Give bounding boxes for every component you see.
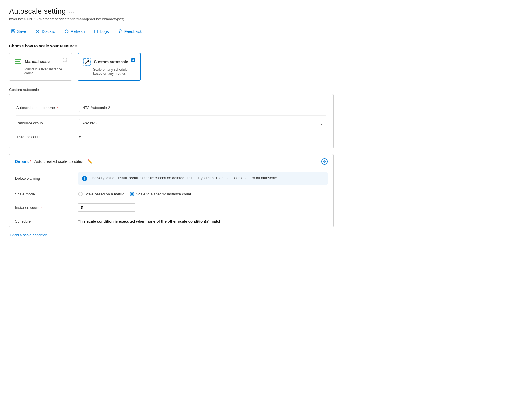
discard-icon — [35, 29, 40, 34]
custom-card-header: Custom autoscale — [83, 58, 135, 66]
schedule-value: This scale condition is executed when no… — [78, 219, 328, 223]
condition-instance-count-input[interactable] — [78, 203, 135, 212]
delete-warning-row: Delete warning i The very last or defaul… — [15, 169, 328, 188]
svg-rect-5 — [94, 30, 98, 33]
resource-group-label: Resource group — [16, 121, 79, 125]
condition-body: Delete warning i The very last or defaul… — [9, 169, 333, 227]
scale-metric-option[interactable]: Scale based on a metric — [78, 192, 124, 196]
condition-card: Default * Auto created scale condition ✏… — [9, 154, 334, 227]
scale-mode-label: Scale mode — [15, 192, 78, 196]
default-label: Default * — [15, 159, 31, 164]
logs-icon — [94, 29, 98, 34]
scale-metric-radio[interactable] — [78, 192, 83, 196]
custom-autoscale-card[interactable]: Custom autoscale Scale on any schedule, … — [78, 53, 141, 81]
manual-card-header: Manual scale — [14, 58, 67, 66]
svg-rect-10 — [15, 61, 20, 62]
autoscale-name-label: Autoscale setting name * — [16, 106, 79, 110]
edit-icon[interactable]: ✏️ — [87, 159, 92, 164]
page-title-row: Autoscale setting ... — [9, 7, 334, 16]
custom-card-desc: Scale on any schedule, based on any metr… — [93, 68, 135, 76]
discard-button[interactable]: Discard — [34, 28, 57, 35]
manual-card-desc: Maintain a fixed instance count — [24, 67, 67, 75]
condition-instance-count-row: Instance count * — [15, 200, 328, 215]
scale-mode-row: Scale mode Scale based on a metric Scale… — [15, 188, 328, 200]
instance-count-row: Instance count 5 — [16, 131, 326, 142]
feedback-icon — [118, 29, 123, 34]
svg-rect-2 — [12, 31, 14, 33]
scale-instance-radio[interactable] — [130, 192, 134, 196]
manual-radio[interactable] — [63, 58, 67, 62]
delete-warning-label: Delete warning — [15, 176, 78, 181]
svg-point-8 — [119, 30, 121, 32]
scale-instance-radio-inner — [131, 193, 133, 195]
manual-card-title: Manual scale — [25, 59, 50, 64]
schedule-row: Schedule This scale condition is execute… — [15, 215, 328, 227]
svg-line-13 — [85, 60, 89, 64]
svg-rect-11 — [15, 63, 21, 64]
feedback-button[interactable]: Feedback — [116, 28, 143, 35]
scale-section-heading: Choose how to scale your resource — [9, 44, 334, 48]
delete-warning-value: i The very last or default recurrence ru… — [78, 172, 328, 185]
refresh-button[interactable]: Refresh — [63, 28, 86, 35]
scale-instance-option[interactable]: Scale to a specific instance count — [130, 192, 191, 196]
condition-header-left: Default * Auto created scale condition ✏… — [15, 159, 92, 164]
toolbar: Save Discard Refresh Logs Feedback — [9, 25, 334, 38]
manual-scale-card[interactable]: Manual scale Maintain a fixed instance c… — [9, 53, 72, 81]
add-scale-condition-button[interactable]: + Add a scale condition — [9, 233, 47, 237]
instance-count-required-star: * — [40, 205, 42, 210]
form-card: Autoscale setting name * Resource group … — [9, 94, 334, 148]
required-star: * — [29, 159, 31, 164]
autoscale-name-row: Autoscale setting name * — [16, 100, 326, 116]
condition-title-text: Auto created scale condition — [34, 159, 85, 164]
info-icon: i — [82, 176, 87, 181]
save-icon — [11, 29, 15, 34]
scale-options: Manual scale Maintain a fixed instance c… — [9, 53, 334, 81]
logs-button[interactable]: Logs — [92, 28, 110, 35]
page-title: Autoscale setting ... — [9, 7, 75, 16]
condition-header: Default * Auto created scale condition ✏… — [9, 154, 333, 169]
disable-icon[interactable]: ⊘ — [321, 158, 328, 165]
info-box: i The very last or default recurrence ru… — [78, 172, 328, 185]
autoscale-name-value[interactable] — [79, 104, 326, 112]
schedule-label: Schedule — [15, 219, 78, 223]
refresh-icon — [64, 29, 69, 34]
svg-rect-9 — [15, 59, 21, 60]
custom-autoscale-icon — [83, 58, 91, 66]
custom-radio[interactable] — [131, 58, 135, 62]
manual-card-icon-title: Manual scale — [14, 58, 50, 66]
autoscale-name-required: * — [57, 106, 58, 110]
manual-scale-icon — [14, 58, 22, 66]
autoscale-name-input[interactable] — [79, 104, 326, 112]
scale-mode-options-container: Scale based on a metric Scale to a speci… — [78, 192, 328, 196]
ellipsis-icon[interactable]: ... — [69, 8, 75, 14]
svg-rect-1 — [12, 30, 14, 31]
custom-card-icon-title: Custom autoscale — [83, 58, 128, 66]
custom-card-title: Custom autoscale — [94, 60, 128, 64]
resource-group-select-wrapper: AnkurRG — [79, 119, 326, 127]
page-subtitle: mycluster-1/NT2 (microsoft.servicefabric… — [9, 17, 334, 21]
save-button[interactable]: Save — [9, 28, 28, 35]
resource-group-select[interactable]: AnkurRG — [79, 119, 326, 127]
instance-count-label: Instance count — [16, 135, 79, 139]
custom-autoscale-label: Custom autoscale — [9, 88, 334, 92]
scale-mode-options: Scale based on a metric Scale to a speci… — [78, 192, 328, 196]
instance-count-value: 5 — [79, 134, 326, 139]
resource-group-row: Resource group AnkurRG — [16, 116, 326, 131]
resource-group-value[interactable]: AnkurRG — [79, 119, 326, 127]
condition-instance-count-value[interactable] — [78, 203, 328, 212]
condition-instance-count-label: Instance count * — [15, 205, 78, 210]
